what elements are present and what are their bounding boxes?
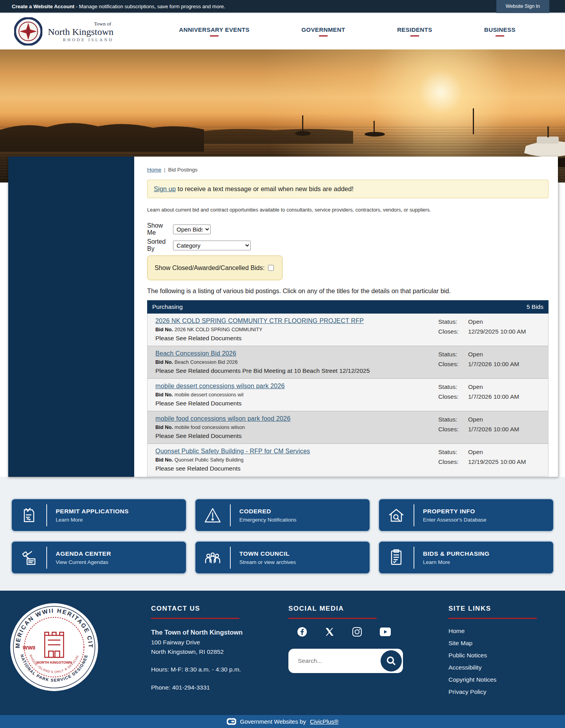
create-account-link[interactable]: Create a Website Account: [12, 4, 75, 9]
footer-link-privacy-policy[interactable]: Privacy Policy: [448, 688, 554, 695]
card-property-info[interactable]: PROPERTY INFO Enter Assessor's Database: [379, 499, 553, 531]
bid-closes-value: 12/29/2025 10:00 AM: [468, 328, 526, 335]
town-seal-icon: [14, 17, 42, 46]
social-media-section: SOCIAL MEDIA: [288, 605, 406, 673]
instagram-icon[interactable]: [352, 627, 362, 639]
bid-title-link[interactable]: mobile food concessions wilson park food…: [155, 415, 290, 422]
gavel-icon: [12, 549, 46, 567]
bid-table: Purchasing 5 Bids 2026 NK COLD SPRING CO…: [147, 300, 549, 476]
nav-government[interactable]: GOVERNMENT: [301, 26, 345, 36]
create-account-text[interactable]: Create a Website Account - Manage notifi…: [0, 4, 225, 9]
bid-description: Please See Related Documents: [155, 432, 434, 440]
bid-title-link[interactable]: mobile dessert concessions wilson park 2…: [155, 383, 285, 390]
bid-category-header: Purchasing 5 Bids: [147, 300, 549, 314]
logo-state: RHODE ISLAND: [48, 37, 113, 42]
main-nav: ANNIVERSARY EVENTS GOVERNMENT RESIDENTS …: [129, 26, 565, 36]
facebook-icon[interactable]: [297, 627, 307, 639]
youtube-icon[interactable]: [380, 628, 391, 638]
footer-link-public-notices[interactable]: Public Notices: [448, 652, 554, 659]
card-codered[interactable]: CODERED Emergency Notifications: [195, 499, 370, 531]
site-footer: AMERICAN WWII HERITAGE CITY NATIONAL PAR…: [0, 591, 565, 715]
wwii-heritage-seal: AMERICAN WWII HERITAGE CITY NATIONAL PAR…: [9, 602, 100, 694]
search-input[interactable]: [298, 649, 372, 673]
site-header: Town of North Kingstown RHODE ISLAND ANN…: [0, 13, 565, 49]
table-row: mobile dessert concessions wilson park 2…: [148, 379, 548, 411]
bid-status-value: Open: [468, 318, 483, 325]
nav-accent: [210, 35, 219, 36]
table-row: mobile food concessions wilson park food…: [148, 411, 548, 444]
civicplus-text: Government Websites by: [240, 718, 306, 725]
card-permit-applications[interactable]: PERMIT APPLICATIONS Learn More: [12, 499, 186, 531]
card-bids-purchasing[interactable]: BIDS & PURCHASING Learn More: [379, 542, 553, 573]
card-agenda-center[interactable]: AGENDA CENTER View Current Agendas: [12, 542, 186, 573]
contact-hours: Hours: M-F: 8:30 a.m. - 4:30 p.m.: [151, 665, 281, 674]
town-logo[interactable]: Town of North Kingstown RHODE ISLAND: [0, 17, 129, 46]
show-closed-checkbox[interactable]: [268, 265, 274, 271]
civicplus-bar: Government Websites by CivicPlus®: [0, 715, 565, 728]
bid-title-link[interactable]: 2026 NK COLD SPRING COMMUNITY CTR FLOORI…: [155, 317, 364, 325]
contact-org: The Town of North Kingstown: [151, 628, 281, 637]
signup-notice-text: to receive a text message or email when …: [176, 185, 354, 192]
card-subtitle: Learn More: [423, 559, 490, 565]
website-signin-button[interactable]: Website Sign In: [496, 0, 549, 13]
contact-address1: 100 Fairway Drive: [151, 638, 281, 647]
contact-address2: North Kingstown, RI 02852: [151, 647, 281, 657]
card-title: CODERED: [239, 508, 297, 515]
breadcrumb-separator: |: [164, 167, 166, 173]
card-subtitle: Emergency Notifications: [239, 517, 297, 523]
table-row: Beach Concession Bid 2026 Bid No.Beach C…: [148, 346, 548, 379]
bid-description: Please See Related Documents: [155, 400, 434, 407]
footer-link-copyright-notices[interactable]: Copyright Notices: [448, 676, 554, 683]
bids-intro-text: Learn about current bid and contract opp…: [147, 207, 549, 213]
left-sidebar-panel: [8, 157, 134, 477]
bid-status-value: Open: [468, 416, 483, 423]
x-twitter-icon[interactable]: [325, 627, 334, 638]
bid-closes-value: 1/7/2026 10:00 AM: [468, 426, 519, 433]
category-name: Purchasing: [152, 303, 183, 310]
contact-us-section: CONTACT US The Town of North Kingstown 1…: [151, 605, 281, 692]
sorted-by-select[interactable]: Category: [173, 241, 251, 250]
logo-name: North Kingstown: [48, 27, 113, 36]
nav-accent: [410, 35, 419, 36]
card-title: PROPERTY INFO: [423, 508, 487, 515]
footer-link-accessibility[interactable]: Accessibility: [448, 664, 554, 671]
listing-intro-text: The following is a listing of various bi…: [147, 287, 549, 295]
sorted-by-label: Sorted By: [147, 238, 173, 252]
breadcrumb-home-link[interactable]: Home: [147, 167, 161, 173]
warning-triangle-icon: [195, 506, 230, 524]
table-row: Quonset Public Safety Building - RFP for…: [148, 444, 548, 476]
bid-rows: 2026 NK COLD SPRING COMMUNITY CTR FLOORI…: [147, 314, 549, 476]
card-town-council[interactable]: TOWN COUNCIL Stream or view archives: [195, 542, 370, 573]
footer-link-home[interactable]: Home: [448, 628, 554, 635]
contact-phone: Phone: 401-294-3331: [151, 683, 281, 692]
nav-residents[interactable]: RESIDENTS: [397, 26, 432, 36]
card-subtitle: Stream or view archives: [239, 559, 296, 565]
nav-business[interactable]: BUSINESS: [484, 26, 516, 36]
signup-link[interactable]: Sign up: [154, 185, 176, 192]
show-me-select[interactable]: Open Bids: [173, 224, 211, 234]
bid-closes-value: 1/7/2026 10:00 AM: [468, 361, 519, 368]
nav-anniversary-events[interactable]: ANNIVERSARY EVENTS: [179, 26, 250, 36]
logo-prefix: Town of: [48, 21, 113, 27]
card-title: AGENDA CENTER: [56, 550, 111, 557]
bid-status-value: Open: [468, 449, 483, 456]
bid-closes-value: 1/7/2026 10:00 AM: [468, 393, 519, 400]
bid-closes-value: 12/19/2025 10:00 AM: [468, 458, 526, 465]
footer-search: [288, 649, 403, 673]
search-button[interactable]: [381, 650, 402, 671]
civicplus-link[interactable]: CivicPlus®: [310, 718, 339, 725]
civicplus-icon: [227, 718, 236, 725]
document-list-icon: [379, 549, 414, 567]
bid-status-value: Open: [468, 351, 483, 358]
bid-count-badge: 5 Bids: [527, 303, 543, 310]
town-logo-text: Town of North Kingstown RHODE ISLAND: [48, 21, 113, 42]
card-title: PERMIT APPLICATIONS: [56, 508, 129, 515]
house-search-icon: [379, 506, 414, 524]
bid-description: Please see Related Documents: [155, 465, 434, 472]
signup-notice-banner: Sign up to receive a text message or ema…: [147, 180, 549, 198]
footer-link-site-map[interactable]: Site Map: [448, 640, 554, 647]
red-accent-bar: [151, 618, 239, 619]
nav-accent: [319, 35, 328, 36]
bid-title-link[interactable]: Quonset Public Safety Building - RFP for…: [155, 448, 310, 455]
bid-title-link[interactable]: Beach Concession Bid 2026: [155, 350, 236, 357]
